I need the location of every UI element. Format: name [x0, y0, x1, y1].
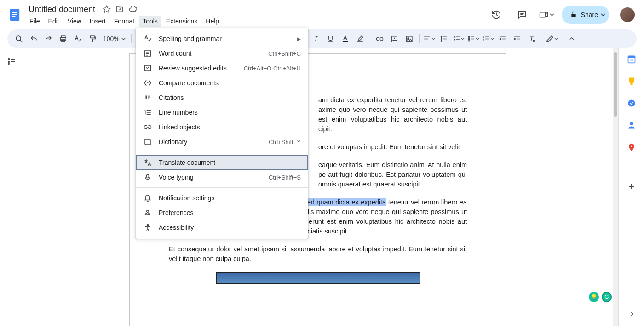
svg-rect-3 — [12, 16, 15, 17]
tasks-icon[interactable] — [627, 99, 636, 108]
paragraph[interactable]: Et consequatur dolor vel amet ipsam sit … — [169, 244, 467, 264]
menu-file[interactable]: File — [26, 16, 44, 27]
menu-item-label: Notification settings — [159, 194, 301, 202]
menu-item-line-numbers[interactable]: 1Line numbers — [136, 105, 308, 120]
menu-item-label: Linked objects — [159, 123, 301, 131]
contacts-icon[interactable] — [627, 121, 636, 130]
increase-indent-icon[interactable] — [511, 32, 524, 45]
folder-move-icon[interactable] — [115, 5, 124, 13]
document-title[interactable]: Untitled document — [26, 4, 98, 15]
collapse-toolbar-icon[interactable] — [565, 32, 579, 45]
menu-item-spelling-and-grammar[interactable]: Spelling and grammar▶ — [136, 31, 308, 46]
menu-item-notification-settings[interactable]: Notification settings — [136, 191, 308, 205]
menu-item-label: Citations — [159, 94, 301, 101]
share-caret[interactable] — [599, 6, 609, 24]
decrease-indent-icon[interactable] — [496, 32, 510, 45]
search-menus-icon[interactable] — [12, 32, 26, 45]
meet-button[interactable] — [539, 10, 554, 20]
grammarly-hint-icon[interactable]: 💡 — [589, 292, 599, 302]
menu-view[interactable]: View — [64, 16, 85, 27]
review-icon — [143, 64, 152, 72]
underline-icon[interactable] — [324, 32, 338, 45]
menu-item-voice-typing[interactable]: Voice typingCtrl+Shift+S — [136, 170, 308, 185]
submenu-arrow-icon: ▶ — [297, 36, 301, 41]
menu-item-review-suggested-edits[interactable]: Review suggested editsCtrl+Alt+O Ctrl+Al… — [136, 61, 308, 76]
menu-edit[interactable]: Edit — [45, 16, 63, 27]
svg-point-32 — [147, 210, 149, 213]
grammarly-icon[interactable]: G — [602, 292, 612, 302]
menu-item-label: Preferences — [159, 209, 301, 216]
svg-rect-10 — [343, 41, 348, 41]
toolbar: 100% 123 — [7, 29, 637, 48]
voice-icon — [143, 173, 152, 181]
menu-item-translate-document[interactable]: Translate document — [136, 155, 308, 170]
svg-text:31: 31 — [630, 58, 633, 62]
menu-item-label: Line numbers — [159, 109, 301, 116]
show-outline-icon[interactable] — [7, 57, 16, 326]
svg-rect-8 — [61, 39, 64, 41]
menu-item-linked-objects[interactable]: Linked objects — [136, 120, 308, 134]
editing-mode-icon[interactable] — [545, 32, 559, 45]
menu-item-citations[interactable]: Citations — [136, 90, 308, 105]
cloud-status-icon[interactable] — [128, 5, 138, 14]
svg-point-33 — [146, 214, 147, 215]
menu-item-label: Dictionary — [159, 138, 262, 146]
history-icon[interactable] — [487, 6, 506, 24]
menu-help[interactable]: Help — [202, 16, 223, 27]
vertical-scrollbar[interactable] — [613, 48, 618, 326]
italic-icon[interactable] — [309, 32, 323, 45]
keep-icon[interactable] — [627, 76, 636, 86]
checklist-icon[interactable] — [452, 32, 466, 45]
menu-tools[interactable]: Tools — [139, 16, 161, 27]
menu-item-compare-documents[interactable]: Compare documents — [136, 76, 308, 90]
notification-icon — [143, 194, 152, 202]
star-icon[interactable] — [103, 5, 111, 13]
linked-icon — [143, 123, 152, 131]
docs-logo[interactable] — [6, 6, 24, 24]
inline-image[interactable] — [216, 272, 420, 284]
clear-formatting-icon[interactable] — [525, 32, 539, 45]
line-spacing-icon[interactable] — [437, 32, 451, 45]
insert-image-icon[interactable] — [402, 32, 416, 45]
align-icon[interactable] — [422, 32, 436, 45]
menu-item-label: Compare documents — [159, 79, 301, 87]
spellcheck-icon[interactable] — [71, 32, 85, 45]
menu-item-preferences[interactable]: Preferences — [136, 205, 308, 220]
linenumbers-icon: 1 — [143, 108, 152, 116]
svg-point-19 — [8, 59, 10, 60]
print-icon[interactable] — [56, 32, 70, 45]
menu-insert[interactable]: Insert — [86, 16, 109, 27]
svg-rect-11 — [406, 36, 412, 41]
bulleted-list-icon[interactable] — [466, 32, 480, 45]
svg-point-21 — [8, 64, 10, 65]
svg-point-15 — [468, 40, 469, 41]
text-color-icon[interactable] — [339, 32, 352, 45]
compare-icon — [143, 79, 152, 87]
svg-point-26 — [630, 122, 633, 125]
menu-item-word-count[interactable]: Word countCtrl+Shift+C — [136, 46, 308, 61]
paint-format-icon[interactable] — [86, 32, 99, 45]
svg-point-34 — [149, 214, 150, 215]
redo-icon[interactable] — [41, 32, 55, 45]
maps-icon[interactable] — [627, 143, 636, 152]
get-addons-icon[interactable] — [627, 182, 636, 191]
menu-item-shortcut: Ctrl+Shift+Y — [269, 139, 301, 146]
calendar-icon[interactable]: 31 — [627, 54, 636, 64]
hide-sidepanel-icon[interactable] — [628, 310, 636, 318]
menu-item-accessibility[interactable]: Accessibility — [136, 220, 308, 235]
comments-icon[interactable] — [513, 6, 531, 24]
menu-extensions[interactable]: Extensions — [162, 16, 201, 27]
svg-point-13 — [468, 36, 469, 37]
svg-point-5 — [16, 36, 21, 41]
menu-format[interactable]: Format — [110, 16, 138, 27]
menu-item-dictionary[interactable]: DictionaryCtrl+Shift+Y — [136, 134, 308, 149]
numbered-list-icon[interactable]: 123 — [481, 32, 495, 45]
titlebar: Untitled document FileEditViewInsertForm… — [0, 0, 644, 26]
add-comment-icon[interactable] — [388, 32, 402, 45]
highlight-color-icon[interactable] — [353, 32, 367, 45]
zoom-selector[interactable]: 100% — [100, 35, 128, 42]
account-avatar[interactable] — [620, 7, 635, 22]
undo-icon[interactable] — [27, 32, 40, 45]
lock-icon — [570, 11, 577, 18]
insert-link-icon[interactable] — [373, 32, 387, 45]
